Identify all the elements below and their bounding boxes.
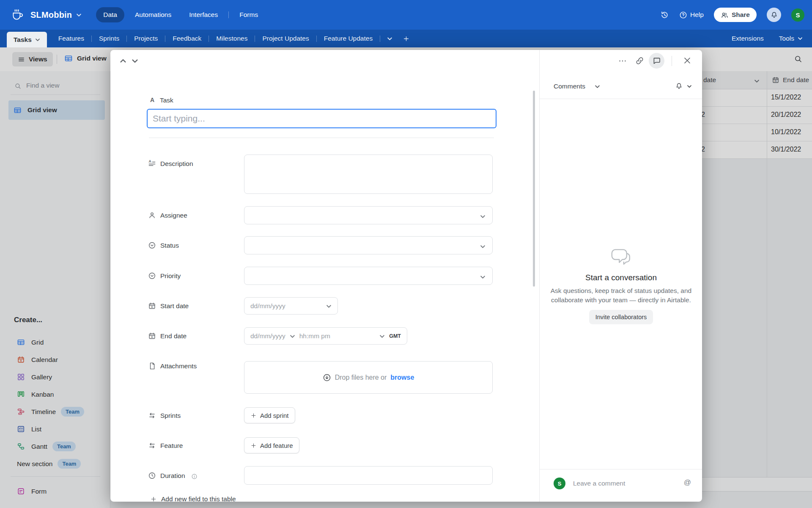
empty-state-title: Start a conversation	[540, 273, 702, 282]
single-select-field-icon	[147, 241, 157, 249]
download-circle-icon	[323, 373, 331, 382]
tab-tasks-label: Tasks	[14, 36, 32, 44]
comments-dropdown[interactable]: Comments	[554, 83, 600, 90]
airtable-app: SLMobbin Data Automations Interfaces For…	[0, 0, 812, 508]
extensions-button[interactable]: Extensions	[732, 35, 764, 42]
duration-field-icon	[147, 472, 157, 480]
comment-input[interactable]	[572, 479, 667, 488]
add-feature-button[interactable]: Add feature	[244, 437, 299, 453]
plus-icon	[250, 412, 257, 419]
duration-input[interactable]	[244, 466, 493, 485]
start-date-field-label: Start date	[160, 302, 189, 310]
comments-header-label: Comments	[554, 83, 585, 90]
share-label: Share	[732, 11, 750, 19]
plus-icon	[250, 442, 257, 449]
date-placeholder: dd/mm/yyyy	[250, 302, 285, 310]
chevron-down-icon	[687, 84, 692, 89]
workspace-chevron-down-icon[interactable]	[76, 11, 82, 19]
field-divider	[149, 138, 494, 138]
long-text-field-icon	[147, 159, 157, 167]
time-placeholder: hh:mm pm	[299, 332, 330, 340]
add-sprint-button[interactable]: Add sprint	[244, 407, 295, 423]
drop-files-text: Drop files here or	[335, 374, 387, 381]
chevron-down-icon	[379, 332, 385, 340]
browse-link[interactable]: browse	[390, 374, 414, 381]
info-icon[interactable]	[191, 472, 198, 480]
date-field-icon	[147, 302, 157, 310]
nav-divider	[228, 11, 229, 18]
question-circle-icon	[679, 11, 687, 19]
composer-avatar: S	[554, 478, 565, 489]
attachment-field-icon	[147, 362, 157, 370]
tab-tasks-active[interactable]: Tasks	[7, 32, 47, 47]
nav-item-data[interactable]: Data	[96, 7, 124, 22]
nav-item-automations[interactable]: Automations	[128, 7, 178, 22]
tools-label: Tools	[779, 35, 794, 42]
single-line-text-field-icon: A	[150, 97, 154, 103]
more-tables-chevron-icon[interactable]	[380, 35, 399, 42]
chevron-down-icon	[798, 36, 803, 41]
linked-record-field-icon	[147, 442, 157, 450]
priority-select[interactable]	[244, 267, 493, 285]
assignee-field-label: Assignee	[160, 212, 187, 219]
nav-item-forms[interactable]: Forms	[232, 7, 265, 22]
user-avatar[interactable]: S	[791, 8, 804, 22]
chevron-down-icon	[595, 84, 600, 89]
history-icon[interactable]	[660, 10, 669, 19]
chat-bubbles-icon	[609, 245, 633, 268]
nav-item-interfaces[interactable]: Interfaces	[182, 7, 225, 22]
next-record-chevron-down-icon[interactable]	[132, 57, 138, 64]
invite-collaborators-button[interactable]: Invite collaborators	[589, 310, 653, 324]
empty-state-body: Ask questions, keep track of status upda…	[550, 286, 692, 305]
task-field-label: Task	[160, 97, 173, 104]
tab-feature-updates[interactable]: Feature Updates	[317, 30, 380, 47]
record-scrollbar[interactable]	[533, 91, 535, 287]
linked-record-field-icon	[147, 411, 157, 420]
tab-project-updates[interactable]: Project Updates	[255, 30, 316, 47]
notifications-bell-button[interactable]	[767, 8, 781, 22]
add-feature-label: Add feature	[260, 442, 293, 449]
chevron-down-icon	[480, 273, 486, 281]
collaborator-field-icon	[147, 211, 157, 219]
tab-milestones[interactable]: Milestones	[209, 30, 255, 47]
bell-icon	[675, 82, 683, 90]
bell-icon	[770, 11, 778, 19]
sprints-field-label: Sprints	[160, 412, 181, 420]
plus-icon	[150, 496, 157, 502]
date-placeholder: dd/mm/yyyy	[250, 332, 285, 340]
workspace-name[interactable]: SLMobbin	[30, 10, 72, 20]
tab-feedback[interactable]: Feedback	[165, 30, 208, 47]
expanded-record-modal: A Task Description Assignee Status Prior…	[110, 50, 702, 502]
tools-button[interactable]: Tools	[779, 35, 803, 42]
task-name-input[interactable]	[147, 109, 497, 128]
help-button[interactable]: Help	[679, 11, 704, 19]
add-new-field-button[interactable]: Add new field to this table	[150, 495, 236, 502]
comments-divider	[540, 99, 702, 99]
tab-features[interactable]: Features	[51, 30, 91, 47]
composer-divider	[540, 469, 702, 469]
attachments-dropzone[interactable]: Drop files here or browse	[244, 361, 493, 394]
tab-projects[interactable]: Projects	[127, 30, 165, 47]
end-date-input[interactable]: dd/mm/yyyy hh:mm pm GMT	[244, 327, 407, 345]
assignee-select[interactable]	[244, 206, 493, 224]
mention-at-button[interactable]: @	[684, 478, 691, 487]
attachments-field-label: Attachments	[160, 362, 197, 370]
share-button[interactable]: Share	[714, 8, 757, 22]
top-nav: Data Automations Interfaces Forms	[96, 7, 265, 22]
status-select[interactable]	[244, 236, 493, 254]
add-table-plus-icon[interactable]	[399, 35, 413, 42]
top-bar: SLMobbin Data Automations Interfaces For…	[0, 0, 812, 30]
description-textarea[interactable]	[244, 155, 493, 194]
workspace-logo-cup-icon[interactable]	[10, 8, 25, 22]
start-date-input[interactable]: dd/mm/yyyy	[244, 297, 338, 315]
add-new-field-label: Add new field to this table	[161, 495, 236, 502]
table-tabs-bar: Tasks Features Sprints Projects Feedback…	[0, 30, 812, 47]
chevron-down-icon	[326, 302, 332, 310]
priority-field-label: Priority	[160, 272, 181, 280]
previous-record-chevron-up-icon[interactable]	[120, 57, 126, 64]
people-icon	[721, 11, 729, 19]
chevron-down-icon	[480, 243, 486, 250]
tab-sprints[interactable]: Sprints	[92, 30, 126, 47]
comment-notifications-button[interactable]	[675, 82, 692, 90]
help-label: Help	[690, 11, 704, 19]
